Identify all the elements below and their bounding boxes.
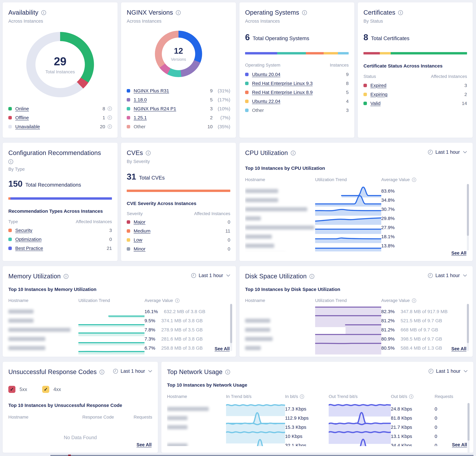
info-icon[interactable]: i — [108, 125, 112, 129]
scrollbar-thumb[interactable] — [230, 304, 232, 343]
info-icon[interactable]: i — [146, 151, 151, 155]
os-link[interactable]: Ubuntu 20.04 — [252, 72, 280, 77]
certs-section-heading: Certificate Status Across Instances — [364, 63, 467, 69]
filter-5xx[interactable]: ✓ 5xx — [8, 386, 27, 393]
version-count: 10 — [207, 124, 213, 129]
legend-item: NGINX Plus R31 9 (31%) — [127, 86, 230, 95]
os-link[interactable]: Ubuntu 22.04 — [252, 99, 280, 104]
best-practice-link[interactable]: Best Practice — [15, 246, 43, 251]
cpu-time-range-dropdown[interactable]: Last 1 hour — [427, 149, 467, 155]
info-icon[interactable]: i — [291, 151, 296, 155]
medium-link[interactable]: Medium — [134, 228, 151, 234]
os-link[interactable]: Red Hat Enterprise Linux 9.3 — [252, 81, 313, 86]
version-link[interactable]: 1.18.0 — [134, 97, 147, 102]
checkbox-4xx-checked[interactable]: ✓ — [42, 386, 49, 393]
info-icon[interactable]: i — [41, 10, 46, 15]
info-icon[interactable]: i — [302, 10, 307, 15]
legend-item: NGINX Plus R24 P1 3 (10%) — [127, 104, 230, 113]
cpu-avg-value: 83.6% — [381, 188, 467, 194]
major-link[interactable]: Major — [134, 219, 145, 225]
net-col-hostname: Hostname — [167, 394, 226, 399]
info-icon[interactable]: i — [100, 370, 104, 374]
info-icon[interactable]: i — [175, 298, 179, 303]
os-link[interactable]: Red Hat Enterprise Linux 8.9 — [252, 90, 313, 95]
resp-time-range-dropdown[interactable]: Last 1 hour — [113, 368, 152, 374]
os-label-other: Other — [252, 108, 264, 113]
out-value: 24.8 Kbps — [391, 406, 435, 412]
memory-col-trend: Utilization Trend — [78, 298, 144, 303]
cpu-table-row: 13.8% — [245, 239, 467, 249]
network-table-row: 15.3 Kbps 21.7 Kbps 0 — [167, 420, 468, 429]
resp-section-heading: Top 10 Instances by Unsuccessful Respons… — [8, 403, 152, 408]
scrollbar-thumb[interactable] — [467, 184, 469, 236]
memory-time-range-dropdown[interactable]: Last 1 hour — [191, 273, 230, 278]
memory-title: Memory Utilization — [8, 273, 61, 280]
valid-link[interactable]: Valid — [370, 101, 381, 106]
disk-col-trend: Utilization Trend — [315, 298, 381, 303]
info-icon[interactable]: i — [225, 370, 230, 374]
network-time-range-dropdown[interactable]: Last 1 hour — [428, 368, 468, 374]
cve-row: Minor 0 — [127, 244, 230, 253]
swatch — [127, 238, 130, 242]
security-count: 3 — [109, 228, 112, 233]
swatch — [364, 84, 367, 87]
info-icon[interactable]: i — [398, 10, 403, 15]
network-see-all-link[interactable]: See All — [452, 442, 467, 447]
memory-see-all-link[interactable]: See All — [214, 346, 230, 351]
cpu-col-trend: Utilization Trend — [315, 177, 381, 182]
memory-pct: 9.5% — [144, 318, 155, 323]
info-icon[interactable]: i — [409, 395, 413, 399]
os-col-value: Instances — [330, 63, 349, 68]
legend-item: Other 10 (35%) — [127, 122, 230, 131]
info-icon[interactable]: i — [412, 298, 416, 303]
minor-link[interactable]: Minor — [134, 246, 145, 252]
version-link[interactable]: NGINX Plus R31 — [134, 88, 169, 93]
info-icon[interactable]: i — [108, 116, 112, 120]
cpu-table: 83.6% 34.8% 30.7% 29.8% — [245, 185, 467, 252]
info-icon[interactable]: i — [300, 395, 304, 399]
cpu-avg-value: 30.7% — [381, 207, 467, 212]
clock-icon — [427, 149, 433, 155]
info-icon[interactable]: i — [412, 178, 416, 182]
cpu-utilization-card: CPU Utilization i Last 1 hour Top 10 Ins… — [239, 143, 473, 261]
os-col-label: Operating System — [245, 63, 280, 68]
online-link[interactable]: Online — [15, 106, 29, 111]
offline-link[interactable]: Offline — [15, 115, 29, 120]
info-icon[interactable]: i — [64, 274, 68, 279]
scrollbar-thumb[interactable] — [468, 403, 469, 441]
scrollbar-thumb[interactable] — [467, 304, 469, 343]
resp-col-code: Response Code — [82, 415, 128, 420]
info-icon[interactable]: i — [309, 274, 314, 279]
info-icon[interactable]: i — [176, 10, 181, 15]
disk-detail: 588.4 MB of 1.3 GB — [401, 345, 442, 351]
cpu-see-all-link[interactable]: See All — [451, 251, 466, 256]
cpu-col-hostname: Hostname — [245, 177, 315, 182]
expired-link[interactable]: Expired — [370, 83, 386, 88]
info-icon[interactable]: i — [8, 159, 13, 164]
unavailable-link[interactable]: Unavailable — [15, 124, 40, 129]
optimization-link[interactable]: Optimization — [15, 237, 42, 242]
swatch — [364, 93, 367, 96]
cpu-avg-value: 29.8% — [381, 216, 467, 221]
cves-col-severity: Severity — [127, 211, 143, 216]
filter-4xx[interactable]: ✓ 4xx — [42, 386, 61, 393]
cves-total: 31 — [127, 172, 136, 181]
cpu-sparkline — [315, 249, 381, 252]
checkbox-5xx-checked[interactable]: ✓ — [8, 386, 16, 393]
in-value: 112.9 Kbps — [285, 415, 329, 421]
cpu-section-heading: Top 10 Instances by CPU Utilization — [245, 166, 467, 171]
version-count: 2 — [210, 115, 213, 120]
swatch — [127, 98, 130, 101]
disk-pct: 80.9% — [381, 336, 395, 341]
low-link[interactable]: Low — [134, 237, 142, 243]
expiring-link[interactable]: Expiring — [370, 92, 387, 97]
disk-time-range-dropdown[interactable]: Last 1 hour — [427, 273, 467, 278]
version-link[interactable]: 1.25.1 — [134, 115, 147, 120]
out-value: 34.4 Kbps — [391, 443, 435, 446]
disk-title: Disk Space Utilization — [245, 273, 307, 280]
resp-see-all-link[interactable]: See All — [136, 442, 152, 447]
version-link[interactable]: NGINX Plus R24 P1 — [134, 106, 176, 111]
disk-see-all-link[interactable]: See All — [451, 346, 466, 351]
security-link[interactable]: Security — [15, 228, 32, 233]
info-icon[interactable]: i — [108, 107, 112, 111]
